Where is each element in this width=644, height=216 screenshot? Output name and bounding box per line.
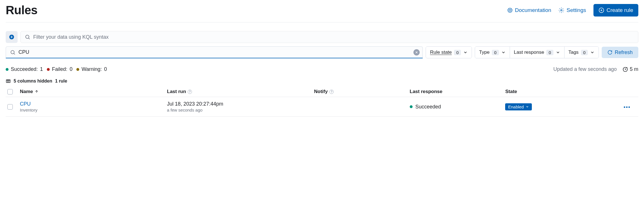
refresh-button[interactable]: Refresh [602, 47, 638, 58]
filter-tags-label: Tags [568, 50, 579, 55]
gear-icon [559, 7, 564, 13]
kql-row [6, 31, 638, 43]
column-state[interactable]: State [505, 89, 616, 94]
status-succeeded: Succeeded: 1 [6, 66, 43, 72]
column-name[interactable]: Name [20, 89, 167, 94]
chevron-down-icon [463, 50, 468, 55]
rule-type: Inventory [20, 108, 167, 112]
rules-table: Name Last run ? Notify ? Last response S… [6, 87, 638, 117]
status-warning: Warning: 0 [76, 66, 107, 72]
row-actions-button[interactable] [623, 104, 631, 110]
add-filter-button[interactable] [6, 31, 18, 43]
filter-last-response[interactable]: Last response 0 [510, 47, 564, 58]
status-warning-count: 0 [104, 66, 107, 72]
status-succeeded-count: 1 [40, 66, 43, 72]
filter-type-label: Type [479, 50, 490, 55]
kql-input[interactable] [33, 34, 634, 40]
columns-hidden[interactable]: 5 columns hidden [14, 79, 52, 84]
last-run-ago: a few seconds ago [167, 108, 314, 112]
more-horizontal-icon [624, 106, 630, 108]
filter-type-count: 0 [492, 50, 499, 55]
dot-red-icon [47, 68, 50, 71]
svg-point-2 [561, 10, 562, 11]
header-actions: Documentation Settings Create rule [507, 4, 638, 17]
status-warning-label: Warning: [81, 66, 102, 72]
documentation-icon [507, 7, 513, 13]
state-badge-label: Enabled [508, 104, 524, 109]
column-name-label: Name [20, 89, 33, 94]
documentation-link[interactable]: Documentation [507, 7, 551, 13]
search-icon [25, 34, 30, 40]
refresh-label: Refresh [615, 50, 633, 55]
svg-rect-9 [624, 106, 625, 108]
plus-circle-icon [599, 7, 604, 13]
help-icon[interactable]: ? [188, 90, 192, 94]
filter-rule-state[interactable]: Rule state 0 [426, 47, 472, 58]
chevron-down-icon [590, 50, 595, 55]
filter-last-response-count: 0 [546, 50, 553, 55]
dot-green-icon [410, 105, 413, 108]
svg-point-0 [508, 8, 512, 13]
column-last-run-label: Last run [167, 89, 186, 94]
svg-rect-11 [628, 106, 630, 108]
filter-pills-group: Type 0 Last response 0 Tags 0 [475, 46, 599, 58]
select-all-checkbox[interactable] [7, 89, 13, 94]
table-row: CPU Inventory Jul 18, 2023 20:27:44pm a … [6, 97, 638, 117]
dot-green-icon [6, 68, 9, 71]
search-icon [10, 50, 16, 55]
status-failed: Failed: 0 [47, 66, 72, 72]
sort-up-icon [35, 90, 39, 94]
filter-pills: Rule state 0 [426, 46, 472, 58]
filter-type[interactable]: Type 0 [475, 47, 509, 58]
create-rule-button[interactable]: Create rule [593, 4, 638, 17]
refresh-icon [607, 50, 612, 55]
search-input[interactable] [18, 49, 411, 55]
create-rule-label: Create rule [607, 7, 633, 13]
state-badge[interactable]: Enabled [505, 103, 532, 110]
status-failed-count: 0 [70, 66, 72, 72]
column-notify-label: Notify [314, 89, 328, 94]
refresh-interval[interactable]: 5 m [622, 66, 638, 72]
rule-count: 1 rule [55, 79, 67, 84]
page-header: Rules Documentation Settings Create rule [6, 0, 638, 22]
table-header: Name Last run ? Notify ? Last response S… [6, 87, 638, 97]
dot-yellow-icon [76, 68, 79, 71]
svg-point-5 [26, 35, 29, 38]
column-last-response-label: Last response [410, 89, 442, 94]
page-title: Rules [6, 3, 37, 17]
help-icon[interactable]: ? [329, 90, 334, 94]
column-notify[interactable]: Notify ? [314, 89, 410, 94]
chevron-down-icon [526, 105, 529, 108]
filter-tags[interactable]: Tags 0 [564, 47, 599, 58]
svg-rect-8 [6, 80, 10, 83]
status-succeeded-label: Succeeded: [11, 66, 38, 72]
clear-search-button[interactable] [413, 49, 420, 55]
filter-rule-state-count: 0 [454, 50, 461, 55]
documentation-label: Documentation [515, 7, 551, 13]
clock-refresh-icon [622, 67, 628, 72]
status-updated: Updated a few seconds ago [553, 66, 617, 72]
filter-tags-count: 0 [581, 50, 588, 55]
table-meta: 5 columns hidden 1 rule [6, 79, 638, 84]
settings-link[interactable]: Settings [559, 7, 586, 13]
status-bar: Succeeded: 1 Failed: 0 Warning: 0 Update… [6, 66, 638, 72]
svg-rect-10 [626, 106, 628, 108]
response-text: Succeeded [415, 104, 441, 110]
row-checkbox[interactable] [7, 104, 13, 110]
rule-name-link[interactable]: CPU [20, 101, 167, 107]
column-state-label: State [505, 89, 517, 94]
search-input-container[interactable] [6, 46, 423, 58]
refresh-interval-value: 5 m [630, 66, 638, 72]
last-run-time: Jul 18, 2023 20:27:44pm [167, 101, 314, 107]
status-failed-label: Failed: [52, 66, 67, 72]
chevron-down-icon [501, 50, 506, 55]
settings-label: Settings [566, 7, 586, 13]
kql-input-container[interactable] [20, 31, 638, 43]
column-last-run[interactable]: Last run ? [167, 89, 314, 94]
column-last-response[interactable]: Last response [410, 89, 505, 94]
close-icon [415, 51, 418, 54]
svg-point-1 [509, 9, 511, 11]
columns-icon [6, 79, 11, 84]
chevron-down-icon [556, 50, 560, 55]
filters-row: Rule state 0 Type 0 Last response 0 Tags… [6, 46, 638, 58]
